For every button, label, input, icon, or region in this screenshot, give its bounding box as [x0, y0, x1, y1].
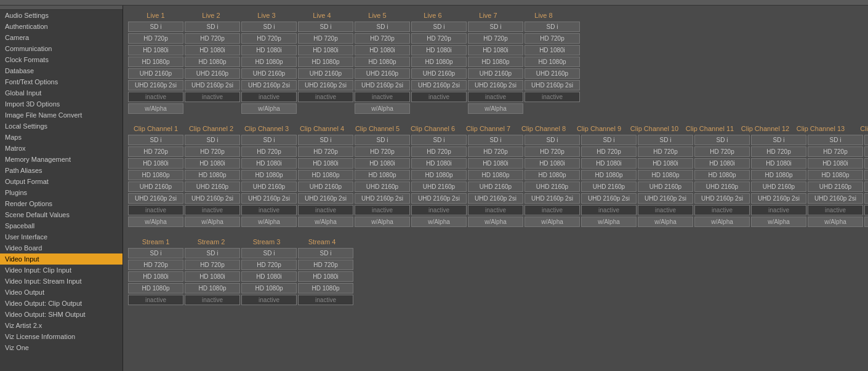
resolution-button[interactable]: HD 720p [185, 33, 240, 44]
resolution-button[interactable]: HD 1080i [185, 45, 240, 55]
sidebar-item-image-file-name-convert[interactable]: Image File Name Convert [0, 110, 123, 121]
sidebar-item-viz-license-information[interactable]: Viz License Information [0, 331, 123, 342]
resolution-button[interactable]: HD 720p [524, 33, 580, 44]
resolution-button[interactable]: HD 1080i [185, 271, 240, 282]
resolution-button[interactable]: HD 720p [524, 146, 580, 157]
resolution-button[interactable]: HD 720p [411, 33, 467, 44]
resolution-button[interactable]: inactive [808, 205, 863, 215]
resolution-button[interactable]: HD 1080i [128, 271, 183, 282]
resolution-button[interactable]: HD 1080p [468, 170, 523, 180]
resolution-button[interactable]: HD 1080p [524, 170, 580, 180]
resolution-button[interactable]: HD ... [864, 146, 868, 157]
sidebar-item-render-options[interactable]: Render Options [0, 198, 123, 209]
resolution-button[interactable]: inactive [298, 92, 353, 102]
resolution-button[interactable]: UHD 2160p [638, 182, 693, 192]
resolution-button[interactable]: UHD 2160p 2si [468, 80, 523, 90]
alpha-button[interactable]: w/Alpha [355, 217, 410, 227]
resolution-button[interactable]: UHD 2160p [355, 68, 410, 79]
sidebar-item-font-text-options[interactable]: Font/Text Options [0, 76, 123, 87]
resolution-button[interactable]: ina... [864, 205, 868, 215]
resolution-button[interactable]: SD i [128, 22, 183, 32]
resolution-button[interactable]: UHD 2160p [298, 182, 353, 192]
resolution-button[interactable]: S... [864, 135, 868, 145]
resolution-button[interactable]: HD 1080i [751, 158, 806, 169]
resolution-button[interactable]: inactive [185, 295, 240, 305]
resolution-button[interactable]: HD 1080p [524, 57, 580, 67]
resolution-button[interactable]: SD i [241, 248, 297, 258]
resolution-button[interactable]: SD i [581, 135, 637, 145]
resolution-button[interactable]: UHD ... [864, 182, 868, 192]
resolution-button[interactable]: HD 1080p [185, 57, 240, 67]
resolution-button[interactable]: HD 1080i [524, 45, 580, 55]
resolution-button[interactable]: SD i [468, 135, 523, 145]
resolution-button[interactable]: inactive [468, 92, 523, 102]
sidebar-item-video-output-clip-output[interactable]: Video Output: Clip Output [0, 298, 123, 309]
alpha-button[interactable]: w/Alpha [241, 217, 297, 227]
resolution-button[interactable]: HD 1080p [128, 170, 183, 180]
alpha-button[interactable]: w/Alpha [185, 217, 240, 227]
resolution-button[interactable]: inactive [241, 295, 297, 305]
resolution-button[interactable]: SD i [751, 135, 806, 145]
alpha-button[interactable]: w/Alpha [128, 217, 183, 227]
sidebar-item-communication[interactable]: Communication [0, 43, 123, 54]
resolution-button[interactable]: HD 1080i [355, 158, 410, 169]
resolution-button[interactable]: HD 720p [468, 146, 523, 157]
resolution-button[interactable]: HD 1080i [298, 158, 353, 169]
sidebar-item-path-aliases[interactable]: Path Aliases [0, 165, 123, 176]
resolution-button[interactable]: inactive [581, 205, 637, 215]
resolution-button[interactable]: HD 1080i [638, 158, 693, 169]
resolution-button[interactable]: inactive [241, 205, 297, 215]
resolution-button[interactable]: inactive [298, 205, 353, 215]
resolution-button[interactable]: SD i [524, 22, 580, 32]
resolution-button[interactable]: HD 1... [864, 170, 868, 180]
resolution-button[interactable]: UHD 2160p 2si [241, 80, 297, 90]
resolution-button[interactable]: HD 1080p [694, 170, 750, 180]
resolution-button[interactable]: HD 1080p [185, 283, 240, 293]
sidebar-item-plugins[interactable]: Plugins [0, 187, 123, 198]
sidebar-item-video-input-stream-input[interactable]: Video Input: Stream Input [0, 276, 123, 287]
resolution-button[interactable]: HD 1080p [298, 283, 353, 293]
resolution-button[interactable]: UHD 2160p [185, 182, 240, 192]
resolution-button[interactable]: inactive [241, 92, 297, 102]
resolution-button[interactable]: UHD 2160p 2si [808, 193, 863, 204]
sidebar-item-memory-management[interactable]: Memory Management [0, 154, 123, 165]
resolution-button[interactable]: UHD 2160p [298, 68, 353, 79]
sidebar-item-viz-one[interactable]: Viz One [0, 342, 123, 353]
resolution-button[interactable]: HD 1080p [355, 57, 410, 67]
resolution-button[interactable]: HD 1080p [128, 57, 183, 67]
sidebar-item-import-3d-options[interactable]: Import 3D Options [0, 98, 123, 110]
resolution-button[interactable]: UHD 2160p [581, 182, 637, 192]
sidebar-item-authentication[interactable]: Authentication [0, 21, 123, 32]
resolution-button[interactable]: UHD 2160p 2si [298, 193, 353, 204]
resolution-button[interactable]: SD i [128, 248, 183, 258]
resolution-button[interactable]: UHD 2160p 2si [638, 193, 693, 204]
resolution-button[interactable]: UHD 2160p [468, 68, 523, 79]
resolution-button[interactable]: HD 720p [751, 146, 806, 157]
sidebar-item-video-output-shm-output[interactable]: Video Output: SHM Output [0, 309, 123, 320]
resolution-button[interactable]: inactive [411, 92, 467, 102]
resolution-button[interactable]: HD 720p [128, 146, 183, 157]
resolution-button[interactable]: HD 1080p [808, 170, 863, 180]
resolution-button[interactable]: UHD 2160p 2si [411, 80, 467, 90]
sidebar-item-global-input[interactable]: Global Input [0, 87, 123, 98]
resolution-button[interactable]: inactive [185, 92, 240, 102]
resolution-button[interactable]: UHD 2160p [411, 68, 467, 79]
resolution-button[interactable]: HD 720p [638, 146, 693, 157]
sidebar-item-spaceball[interactable]: Spaceball [0, 220, 123, 231]
resolution-button[interactable]: HD 1080p [411, 57, 467, 67]
resolution-button[interactable]: HD 720p [128, 33, 183, 44]
resolution-button[interactable]: HD 1080i [298, 271, 353, 282]
resolution-button[interactable]: UHD 2160p [808, 182, 863, 192]
resolution-button[interactable]: UHD 2160p 2si [524, 80, 580, 90]
resolution-button[interactable]: HD 720p [241, 260, 297, 270]
resolution-button[interactable]: SD i [355, 22, 410, 32]
resolution-button[interactable]: HD 720p [185, 146, 240, 157]
resolution-button[interactable]: UHD 2160p 2si [128, 193, 183, 204]
resolution-button[interactable]: HD 1080i [128, 158, 183, 169]
resolution-button[interactable]: HD 720p [298, 33, 353, 44]
alpha-button[interactable]: w/Alpha [638, 217, 693, 227]
resolution-button[interactable]: inactive [638, 205, 693, 215]
resolution-button[interactable]: UHD 2160p 2si [355, 80, 410, 90]
resolution-button[interactable]: SD i [241, 22, 297, 32]
resolution-button[interactable]: UHD 2160p [241, 182, 297, 192]
